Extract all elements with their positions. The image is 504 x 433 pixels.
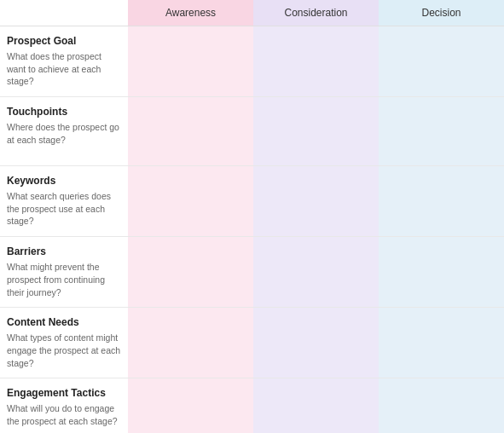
cell-content-needs-consideration[interactable] (253, 308, 379, 378)
row-content-needs: Content Needs What types of content migh… (0, 308, 504, 378)
row-subtitle-prospect-goal: What does the prospect want to achieve a… (7, 50, 121, 88)
row-label-engagement-tactics: Engagement Tactics What will you do to e… (0, 378, 128, 433)
row-subtitle-keywords: What search queries does the prospect us… (7, 190, 121, 228)
row-title-engagement-tactics: Engagement Tactics (7, 387, 121, 399)
row-title-prospect-goal: Prospect Goal (7, 35, 121, 47)
table-header: Awareness Consideration Decision (0, 0, 504, 26)
cell-content-needs-awareness[interactable] (128, 308, 253, 378)
row-title-barriers: Barriers (7, 245, 121, 257)
cell-keywords-awareness[interactable] (128, 166, 253, 236)
cell-prospect-goal-decision[interactable] (379, 26, 504, 96)
row-subtitle-content-needs: What types of content might engage the p… (7, 332, 121, 369)
cell-keywords-decision[interactable] (379, 166, 504, 236)
header-awareness: Awareness (128, 0, 253, 26)
row-title-keywords: Keywords (7, 175, 121, 187)
row-subtitle-engagement-tactics: What will you do to engage the prospect … (7, 402, 121, 427)
cell-barriers-awareness[interactable] (128, 237, 253, 307)
row-label-touchpoints: Touchpoints Where does the prospect go a… (0, 97, 128, 165)
buyer-journey-table: Awareness Consideration Decision Prospec… (0, 0, 504, 433)
row-touchpoints: Touchpoints Where does the prospect go a… (0, 97, 504, 166)
cell-touchpoints-consideration[interactable] (253, 97, 379, 165)
row-subtitle-touchpoints: Where does the prospect go at each stage… (7, 121, 121, 146)
row-engagement-tactics: Engagement Tactics What will you do to e… (0, 378, 504, 433)
cell-engagement-tactics-awareness[interactable] (128, 378, 253, 433)
cell-keywords-consideration[interactable] (253, 166, 379, 236)
cell-touchpoints-decision[interactable] (379, 97, 504, 165)
cell-content-needs-decision[interactable] (379, 308, 504, 378)
row-subtitle-barriers: What might prevent the prospect from con… (7, 261, 121, 298)
header-consideration: Consideration (253, 0, 379, 26)
cell-prospect-goal-consideration[interactable] (253, 26, 379, 96)
row-label-barriers: Barriers What might prevent the prospect… (0, 237, 128, 307)
header-empty (0, 0, 128, 26)
row-prospect-goal: Prospect Goal What does the prospect wan… (0, 26, 504, 97)
cell-barriers-decision[interactable] (379, 237, 504, 307)
row-title-content-needs: Content Needs (7, 316, 121, 328)
cell-engagement-tactics-decision[interactable] (379, 378, 504, 433)
row-label-prospect-goal: Prospect Goal What does the prospect wan… (0, 26, 128, 96)
row-barriers: Barriers What might prevent the prospect… (0, 237, 504, 308)
cell-prospect-goal-awareness[interactable] (128, 26, 253, 96)
row-title-touchpoints: Touchpoints (7, 106, 121, 118)
header-decision: Decision (379, 0, 504, 26)
row-label-keywords: Keywords What search queries does the pr… (0, 166, 128, 236)
cell-barriers-consideration[interactable] (253, 237, 379, 307)
row-keywords: Keywords What search queries does the pr… (0, 166, 504, 237)
cell-engagement-tactics-consideration[interactable] (253, 378, 379, 433)
cell-touchpoints-awareness[interactable] (128, 97, 253, 165)
row-label-content-needs: Content Needs What types of content migh… (0, 308, 128, 378)
